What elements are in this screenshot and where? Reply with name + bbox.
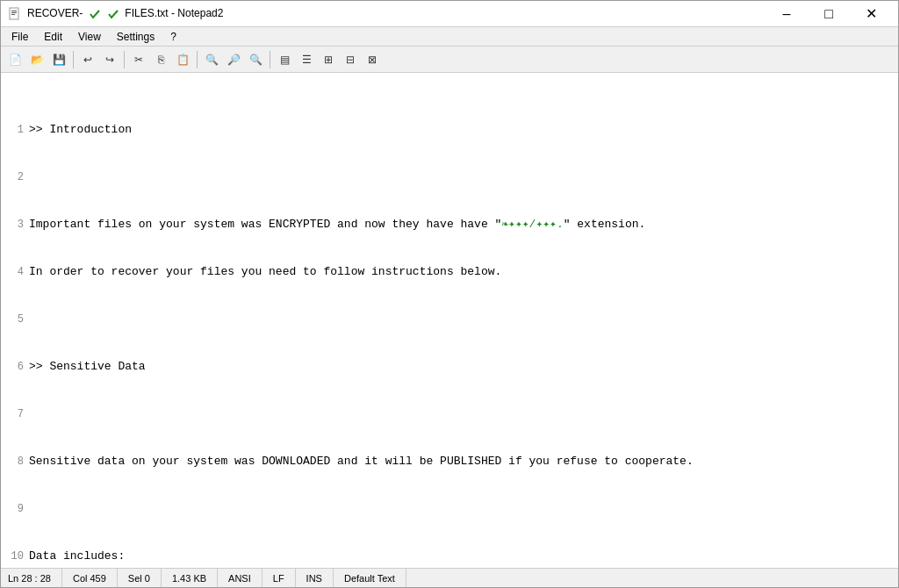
toolbar-btn-6[interactable]: ☰ — [296, 49, 317, 70]
menu-help[interactable]: ? — [163, 29, 183, 45]
svg-rect-3 — [11, 14, 15, 15]
status-ins: INS — [296, 569, 334, 587]
toolbar-btn-5[interactable]: ▤ — [274, 49, 295, 70]
toolbar-sep-4 — [270, 51, 270, 68]
line-3: 3 Important files on your system was ENC… — [4, 217, 895, 233]
copy-button[interactable]: ⎘ — [150, 49, 171, 70]
undo-button[interactable]: ↩ — [77, 49, 98, 70]
paste-button[interactable]: 📋 — [172, 49, 193, 70]
line-7: 7 — [4, 406, 895, 422]
window-title: RECOVER- FILES.txt - Notepad2 — [27, 7, 223, 20]
status-scheme: Default Text — [334, 569, 406, 587]
status-bar: Ln 28 : 28 Col 459 Sel 0 1.43 KB ANSI LF… — [1, 568, 898, 587]
toolbar-btn-7[interactable]: ⊞ — [318, 49, 339, 70]
svg-rect-2 — [11, 12, 17, 13]
zoom-out-button[interactable]: 🔍 — [245, 49, 266, 70]
line-2: 2 — [4, 169, 895, 185]
find-button[interactable]: 🔍 — [201, 49, 222, 70]
status-encoding: ANSI — [218, 569, 263, 587]
svg-rect-1 — [11, 11, 17, 11]
toolbar-btn-9[interactable]: ⊠ — [362, 49, 383, 70]
menu-file[interactable]: File — [4, 29, 35, 45]
status-position: Ln 28 : 28 — [8, 569, 62, 587]
menu-settings[interactable]: Settings — [110, 29, 162, 45]
line-9: 9 — [4, 501, 895, 517]
toolbar: 📄 📂 💾 ↩ ↪ ✂ ⎘ 📋 🔍 🔎 🔍 ▤ ☰ ⊞ ⊟ ⊠ — [1, 47, 898, 73]
line-5: 5 — [4, 312, 895, 327]
menu-view[interactable]: View — [71, 29, 108, 45]
toolbar-btn-8[interactable]: ⊟ — [340, 49, 361, 70]
close-button[interactable]: ✕ — [851, 1, 891, 27]
title-bar-left: RECOVER- FILES.txt - Notepad2 — [8, 7, 223, 21]
editor-content[interactable]: 1 >> Introduction 2 3 Important files on… — [1, 73, 898, 568]
zoom-in-button[interactable]: 🔎 — [223, 49, 244, 70]
cut-button[interactable]: ✂ — [128, 49, 149, 70]
maximize-button[interactable]: □ — [809, 1, 849, 27]
title-controls: – □ ✕ — [766, 1, 891, 27]
toolbar-sep-1 — [73, 51, 74, 68]
new-button[interactable]: 📄 — [4, 49, 25, 70]
line-10: 10 Data includes: — [4, 549, 895, 564]
save-button[interactable]: 💾 — [48, 49, 69, 70]
line-1: 1 >> Introduction — [4, 122, 895, 138]
main-window: RECOVER- FILES.txt - Notepad2 – □ ✕ File… — [0, 0, 899, 588]
app-icon — [8, 7, 22, 21]
line-8: 8 Sensitive data on your system was DOWN… — [4, 454, 895, 470]
redo-button[interactable]: ↪ — [99, 49, 120, 70]
status-sel: Sel 0 — [118, 569, 162, 587]
line-6: 6 >> Sensitive Data — [4, 359, 895, 375]
toolbar-sep-3 — [197, 51, 198, 68]
editor-area: 1 >> Introduction 2 3 Important files on… — [1, 73, 898, 568]
svg-rect-0 — [10, 8, 18, 19]
minimize-button[interactable]: – — [766, 1, 807, 27]
status-lineending: LF — [263, 569, 296, 587]
status-col: Col 459 — [62, 569, 118, 587]
status-size: 1.43 KB — [162, 569, 218, 587]
menu-edit[interactable]: Edit — [37, 29, 69, 45]
menu-bar: File Edit View Settings ? — [1, 27, 898, 47]
title-bar: RECOVER- FILES.txt - Notepad2 – □ ✕ — [1, 1, 898, 27]
toolbar-sep-2 — [124, 51, 125, 68]
open-button[interactable]: 📂 — [26, 49, 47, 70]
line-4: 4 In order to recover your files you nee… — [4, 264, 895, 280]
